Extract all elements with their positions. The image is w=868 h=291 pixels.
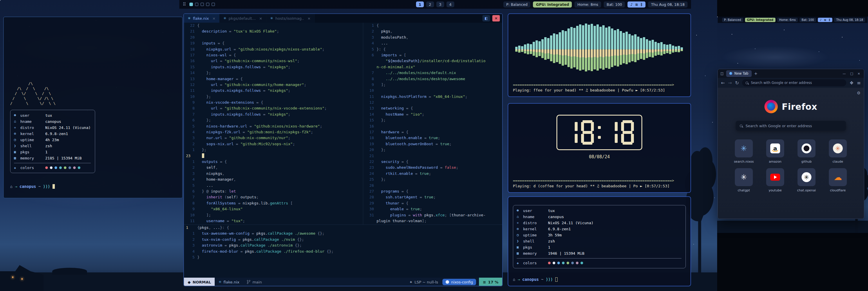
code-line[interactable]: 25 }; [363, 177, 502, 182]
code-line[interactable]: 12 [363, 99, 502, 106]
code-line[interactable]: 24 rtkit.enable = true; [363, 171, 502, 177]
shortcut-tile-chat.openai[interactable]: ✳chat.openai [794, 168, 819, 192]
code-line[interactable]: 10 [363, 88, 502, 93]
code-line[interactable]: 14 hostName = "iso"; [363, 112, 502, 117]
code-line[interactable]: 4 firefox-mod-blur = pkgs.callPackage ./… [184, 249, 502, 254]
code-line[interactable]: 6 }; [184, 117, 363, 123]
workspace-tag[interactable] [195, 3, 198, 6]
newtab-search-input[interactable]: Search with Google or enter address [736, 121, 846, 131]
terminal-window[interactable]: /\ /\ / \ /\ / \/ \ / \ / \ \/ /\ \ / \ … [3, 17, 183, 198]
bluetooth-icon[interactable]: ᛒ [641, 2, 643, 7]
code-line[interactable]: 2 tux-nvim-config = pkgs.callPackage ./n… [184, 237, 502, 242]
status-pill-gpu-mode[interactable]: GPU: Integrated [745, 18, 775, 22]
code-line[interactable]: 12 url = "github:nix-community/home-mana… [184, 82, 363, 88]
code-line[interactable]: 4 home-manager, [184, 177, 363, 182]
code-line[interactable]: 20 }; [363, 147, 502, 153]
code-line[interactable]: 5 nixos-hardware.url = "github:nixos/nix… [184, 123, 363, 129]
menu-icon[interactable]: ⠿ [183, 2, 186, 7]
shell-prompt[interactable]: ⌂→canopus~))) [10, 184, 176, 189]
code-line[interactable]: 15 inputs.nixpkgs.follows = "nixpkgs"; [184, 64, 363, 70]
code-line[interactable]: 10 ]; [184, 212, 363, 218]
code-line[interactable]: 6 imports = [ [363, 52, 502, 58]
shortcut-tile-amazon[interactable]: aamazon [763, 139, 788, 164]
code-line[interactable]: 2 pkgs, [363, 28, 502, 34]
code-line[interactable]: 30 enable = true; [363, 206, 502, 212]
code-line[interactable]: 20 [184, 34, 363, 40]
code-line[interactable]: 13 networking = { [363, 106, 502, 111]
code-line[interactable]: 10 }; [184, 94, 363, 99]
code-line[interactable]: "${modulesPath}/installer/cd-dvd/install… [363, 58, 502, 64]
workspace-tag[interactable] [200, 3, 204, 6]
code-line[interactable]: 8 ../../modules/nixos/desktop/awesome [363, 76, 502, 82]
shortcut-tile-cloudflare[interactable]: ☁cloudflare [825, 168, 850, 192]
wifi-icon[interactable]: ≋ [824, 18, 826, 22]
code-line[interactable]: 22{ [184, 23, 363, 28]
editor-tab-hosts/isoImag..[interactable]: ✳hosts/isoImag..× [266, 14, 315, 23]
bluetooth-icon[interactable]: ᛒ [829, 18, 830, 22]
editor-tab-pkgs/default...[interactable]: ✳pkgs/default...× [220, 14, 266, 23]
workspace-button-2[interactable]: 2 [426, 1, 434, 7]
code-line[interactable]: 19 bluetooth.powerOnBoot = true; [363, 141, 502, 147]
shortcut-tile-youtube[interactable]: youtube [763, 168, 788, 192]
code-line[interactable]: 22 security = { [363, 159, 502, 165]
tab-close-icon[interactable]: × [212, 16, 216, 21]
status-pill-battery[interactable]: Bat: 100 [604, 1, 625, 7]
new-tab-button[interactable]: + [754, 71, 758, 76]
status-pill-power-profile[interactable]: P: Balanced [722, 18, 743, 22]
workspace-tag[interactable] [206, 3, 210, 6]
code-line[interactable]: plugin thunar-volman]; [363, 218, 502, 224]
browser-tab[interactable]: New Tab [726, 70, 751, 77]
close-button[interactable]: × [858, 72, 860, 76]
url-bar[interactable]: Search with Google or enter address [742, 79, 846, 86]
code-line[interactable]: 1{ [363, 23, 502, 28]
code-line[interactable]: 17 hardware = { [363, 129, 502, 135]
minimize-button[interactable]: — [842, 72, 846, 76]
code-line[interactable]: 4 nixpkgs-f2k.url = "github:moni-dz/nixp… [184, 129, 363, 135]
maximize-button[interactable]: □ [850, 72, 853, 76]
code-line[interactable]: 27 programs = { [363, 188, 502, 194]
code-line[interactable]: 11 username = "tux"; [184, 218, 363, 224]
close-buffer-button[interactable]: × [492, 15, 500, 22]
code-line[interactable]: 31 plugins = with pkgs.xfce; [thunar-arc… [363, 212, 502, 218]
code-line[interactable]: 7 ../../modules/nixos/default.nix [363, 70, 502, 76]
workspace-button-1[interactable]: 1 [416, 1, 424, 7]
workspace-button-3[interactable]: 3 [436, 1, 444, 7]
firefox-view-icon[interactable]: ◫ [720, 71, 723, 76]
code-line[interactable]: 1 }; [184, 147, 363, 153]
code-line[interactable]: 21 [363, 153, 502, 159]
code-line[interactable]: 5} [184, 254, 502, 260]
status-pill-gpu-mode[interactable]: GPU: Integrated [533, 1, 572, 7]
code-line[interactable]: 18 nixpkgs.url = "github:nixos/nixpkgs/n… [184, 47, 363, 52]
extensions-icon[interactable]: ❖ [849, 80, 854, 86]
status-pill-ping[interactable]: Home: 8ms [575, 1, 601, 7]
shortcut-tile-chatgpt[interactable]: ✳chatgpt [731, 168, 756, 192]
tab-close-icon[interactable]: × [259, 16, 262, 21]
window-toggle-button[interactable]: ◧ [483, 15, 490, 22]
code-line[interactable]: 1 outputs = { [184, 159, 363, 165]
code-line[interactable]: 19 inputs = { [184, 40, 363, 46]
code-line[interactable]: 11 nixpkgs.hostPlatform = "x86_64-linux"… [363, 94, 502, 99]
shell-prompt[interactable]: ⌂→canopus~))) [513, 277, 686, 282]
back-button[interactable]: ← [721, 80, 725, 86]
code-line[interactable]: 11 inputs.nixpkgs.follows = "nixpkgs"; [184, 88, 363, 93]
code-line[interactable]: 8 forAllSystems = nixpkgs.lib.genAttrs [ [184, 200, 363, 206]
status-pill-power-profile[interactable]: P: Balanced [503, 1, 531, 7]
shortcut-tile-claude[interactable]: ✳claude [825, 139, 850, 164]
code-line[interactable]: 21 description = "tux's NixOS Flake"; [184, 28, 363, 34]
code-line[interactable]: 1 tux-awesome-wm-config = pkgs.callPacka… [184, 231, 502, 236]
code-line[interactable]: 2 sops-nix.url = "github:Mic92/sops-nix"… [184, 141, 363, 147]
code-line[interactable]: 7 inputs.nixpkgs.follows = "nixpkgs"; [184, 112, 363, 117]
code-line[interactable]: 6 } @ inputs: let [184, 188, 363, 194]
code-line[interactable]: 13 home-manager = { [184, 76, 363, 82]
code-line[interactable]: 3 nur.url = "github:nix-community/nur"; [184, 135, 363, 141]
code-line[interactable]: n-cd-minimal.nix" [363, 64, 502, 70]
code-line[interactable]: 8 url = "github:nix-community/nix-vscode… [184, 106, 363, 111]
code-line[interactable]: 5 ... [184, 183, 363, 188]
code-line[interactable]: 3 astronvim = pkgs.callPackage ./astronv… [184, 242, 502, 248]
code-line[interactable]: 2 self, [184, 165, 363, 171]
code-line[interactable]: 26 [363, 183, 502, 188]
clock-widget[interactable]: Thu Aug 08, 18:18 [834, 18, 865, 22]
volume-icon[interactable]: ♪ [820, 18, 822, 22]
code-line[interactable]: 5}: { [363, 47, 502, 52]
code-line[interactable]: 9 nix-vscode-extensions = { [184, 99, 363, 106]
